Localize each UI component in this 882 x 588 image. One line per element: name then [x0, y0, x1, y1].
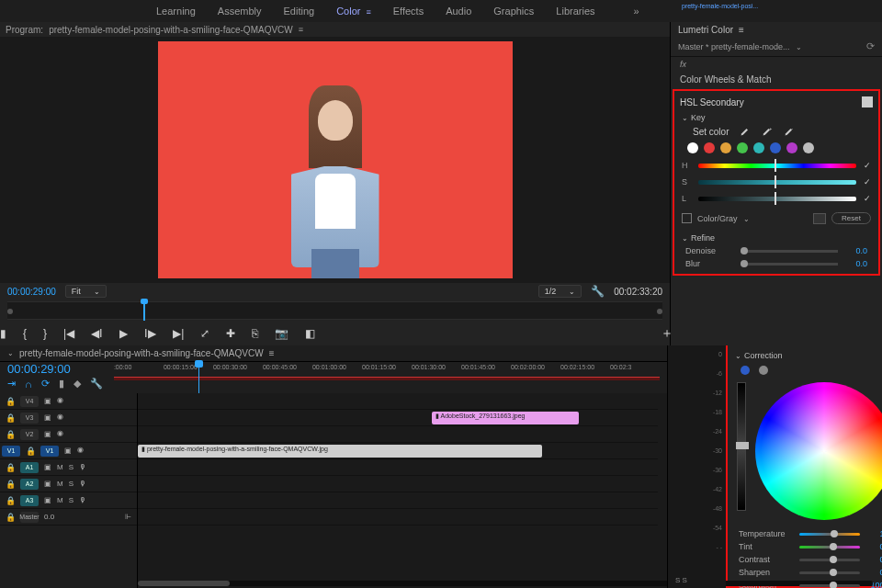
hsl-secondary-title[interactable]: HSL Secondary	[680, 97, 744, 107]
expand-icon[interactable]: ⊩	[125, 513, 131, 521]
sharpen-slider[interactable]	[799, 571, 860, 574]
program-monitor-view[interactable]	[0, 37, 670, 283]
swatch-red[interactable]	[704, 142, 715, 153]
luma-slider[interactable]	[737, 382, 746, 511]
linked-selection-icon[interactable]: ∩	[25, 379, 32, 390]
zoom-fit-dropdown[interactable]: Fit	[65, 285, 107, 298]
eyedropper-minus-icon[interactable]: -	[784, 126, 795, 137]
lock-icon[interactable]: 🔒	[26, 447, 35, 456]
sequence-tab-name[interactable]: pretty-female-model-posing-with-a-smilin…	[19, 348, 264, 358]
solo-icon[interactable]: S	[69, 480, 74, 488]
track-v2[interactable]: V2	[20, 429, 39, 440]
solo-icon[interactable]: S	[69, 496, 74, 504]
program-playhead[interactable]	[143, 302, 145, 321]
solo-icon[interactable]: S	[69, 463, 74, 471]
tab-effects[interactable]: Effects	[393, 6, 424, 17]
lumetri-master-label[interactable]: Master * pretty-female-mode...	[678, 42, 802, 51]
sharpen-value[interactable]: 0.0	[860, 568, 882, 577]
resolution-dropdown[interactable]: 1/2	[538, 285, 582, 298]
contrast-slider[interactable]	[799, 559, 860, 561]
track-v4[interactable]: V4	[20, 396, 39, 407]
swatch-gray[interactable]	[803, 142, 814, 153]
panel-menu-icon[interactable]	[299, 25, 303, 34]
mic-icon[interactable]: 🎙	[79, 496, 86, 504]
compare-view-icon[interactable]: ◧	[305, 327, 315, 340]
correction-label[interactable]: Correction	[744, 351, 783, 360]
color-wheel[interactable]: +	[755, 382, 882, 520]
tint-value[interactable]: 0.0	[860, 542, 882, 551]
go-to-out-icon[interactable]: ▶|	[173, 327, 184, 340]
export-frame-icon[interactable]: ⎘	[252, 327, 258, 340]
swatch-cyan[interactable]	[753, 142, 764, 153]
snap-icon[interactable]: ⇥	[7, 378, 16, 390]
section-color-wheels[interactable]: Color Wheels & Match	[671, 72, 882, 87]
lock-icon[interactable]: 🔒	[6, 496, 15, 505]
swatch-green[interactable]	[737, 142, 748, 153]
lock-icon[interactable]: 🔒	[6, 430, 15, 439]
play-icon[interactable]: ▶	[119, 327, 128, 340]
mic-icon[interactable]: 🎙	[79, 480, 86, 488]
blur-value[interactable]: 0.0	[838, 259, 867, 268]
mic-icon[interactable]: 🎙	[79, 463, 86, 471]
lock-icon[interactable]: 🔒	[6, 413, 15, 423]
colorgray-checkbox[interactable]	[682, 213, 692, 223]
swatch-blue[interactable]	[770, 142, 781, 153]
track-master[interactable]: Master	[20, 512, 39, 523]
hsl-enable-checkbox[interactable]	[862, 96, 873, 107]
lumetri-menu-icon[interactable]	[739, 25, 744, 35]
lum-range-slider[interactable]	[698, 197, 856, 201]
eye-icon[interactable]: ◉	[77, 446, 88, 457]
mark-out-icon[interactable]: }	[43, 327, 47, 340]
track-a3[interactable]: A3	[20, 495, 39, 506]
swatch-magenta[interactable]	[786, 142, 797, 153]
hue-check-icon[interactable]: ✓	[864, 161, 871, 170]
source-v1[interactable]: V1	[2, 446, 20, 457]
marker-icon[interactable]: ◆	[74, 378, 81, 390]
timeline-ruler[interactable]: :00:00 00:00:15:00 00:00:30:00 00:00:45:…	[114, 362, 660, 393]
lum-check-icon[interactable]: ✓	[864, 194, 871, 203]
tint-slider[interactable]	[799, 546, 860, 548]
timeline-lanes[interactable]: ▮ AdobeStock_279131663.jpeg ▮ pretty-fem…	[138, 393, 667, 588]
go-to-in-icon[interactable]: |◀	[63, 327, 74, 340]
marker-tool-icon[interactable]: ⟳	[41, 378, 50, 390]
mute-icon[interactable]: M	[57, 463, 63, 471]
sat-check-icon[interactable]: ✓	[864, 177, 871, 187]
tab-color[interactable]: Color	[336, 6, 371, 17]
eye-icon[interactable]: ◉	[57, 396, 68, 407]
add-marker-icon[interactable]: ▮	[0, 327, 6, 340]
solo-indicators[interactable]: S S	[675, 576, 687, 584]
hue-range-slider[interactable]	[698, 164, 856, 168]
scrollbar-thumb[interactable]	[138, 581, 230, 586]
track-toggle-icon[interactable]: ▣	[44, 496, 51, 504]
denoise-value[interactable]: 0.0	[838, 246, 867, 255]
lumetri-clip-label[interactable]: pretty-female-model-posi...	[678, 2, 762, 15]
refresh-icon[interactable]: ⟳	[866, 40, 875, 52]
more-workspaces-icon[interactable]: »	[634, 6, 639, 17]
correction-mode-wheel[interactable]	[741, 366, 750, 375]
settings-icon[interactable]: 🔧	[90, 378, 103, 390]
lift-icon[interactable]: ⤢	[200, 327, 209, 340]
mute-icon[interactable]: M	[57, 480, 63, 488]
step-forward-icon[interactable]: Ⅰ▶	[144, 327, 156, 340]
tab-graphics[interactable]: Graphics	[493, 6, 534, 17]
tab-audio[interactable]: Audio	[446, 6, 471, 17]
insert-icon[interactable]: ▮	[59, 378, 64, 390]
sequence-tab-menu-icon[interactable]	[269, 348, 275, 358]
mute-icon[interactable]: M	[57, 496, 63, 504]
timeline-zoom-scrollbar[interactable]	[138, 581, 873, 586]
program-timecode-left[interactable]: 00:00:29:00	[7, 287, 56, 297]
temperature-value[interactable]: 1.6	[860, 529, 882, 538]
temperature-slider[interactable]	[799, 533, 860, 536]
clip-pink[interactable]: ▮ AdobeStock_279131663.jpeg	[432, 412, 579, 424]
tab-learning[interactable]: Learning	[156, 6, 196, 17]
extract-icon[interactable]: ✚	[226, 327, 235, 340]
track-toggle-icon[interactable]: ▣	[64, 447, 72, 455]
lock-icon[interactable]: 🔒	[6, 480, 15, 489]
scrub-end-icon[interactable]	[657, 309, 662, 314]
camera-icon[interactable]: 📷	[275, 327, 288, 340]
settings-wrench-icon[interactable]: 🔧	[591, 285, 605, 298]
eyedropper-plus-icon[interactable]: +	[762, 126, 773, 137]
step-back-icon[interactable]: ◀Ⅰ	[91, 327, 103, 340]
tab-editing[interactable]: Editing	[284, 6, 315, 17]
eye-icon[interactable]: ◉	[57, 413, 68, 424]
